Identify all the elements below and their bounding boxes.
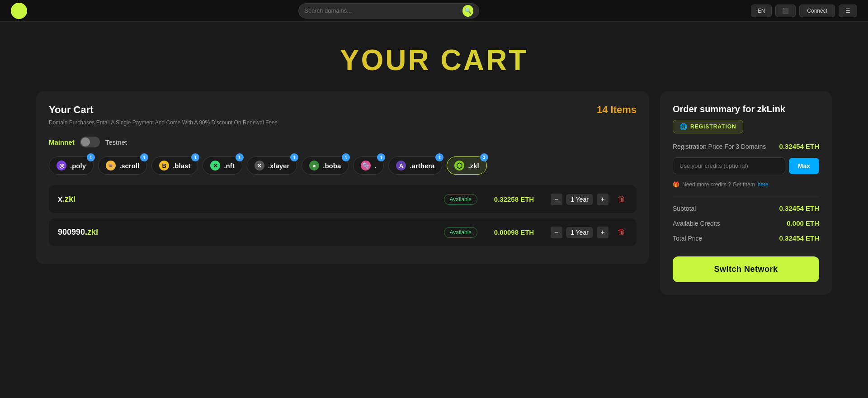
chain-icon-arthera: A	[396, 161, 406, 171]
available-credits-row: Available Credits 0.000 ETH	[673, 219, 819, 227]
credits-link[interactable]: here	[758, 181, 769, 188]
chain-badge-poly: 1	[87, 153, 95, 161]
chain-badge-boba: 1	[342, 153, 350, 161]
main-content: Your Cart 14 Items Domain Purchases Enta…	[0, 91, 868, 295]
chain-badge-zkl: 3	[480, 153, 488, 161]
chain-label-blast: .blast	[173, 162, 190, 170]
reg-price-row: Registration Price For 3 Domains 0.32454…	[673, 142, 819, 150]
order-summary-panel: Order summary for zkLink 🌐 REGISTRATION …	[660, 91, 832, 295]
chain-icon-xlayer: ✕	[255, 161, 264, 171]
chain-label-arthera: .arthera	[410, 162, 434, 170]
cart-title: Your Cart	[49, 104, 94, 116]
chain-tab-scroll[interactable]: 1 ≡ .scroll	[98, 156, 147, 175]
item-1-status: Available	[444, 227, 477, 238]
chain-icon-zkl: ⬡	[454, 161, 464, 171]
chain-icon-bubble: 🫧	[361, 161, 371, 171]
chain-tab-poly[interactable]: 1 ◎ .poly	[49, 156, 94, 175]
cart-panel: Your Cart 14 Items Domain Purchases Enta…	[36, 91, 649, 264]
toggle-knob	[81, 137, 90, 147]
chain-label-zkl: .zkl	[468, 162, 479, 170]
item-1-increment[interactable]: +	[597, 227, 609, 238]
connect-button[interactable]: Connect	[799, 5, 835, 17]
item-0-price: 0.32258 ETH	[485, 195, 543, 203]
testnet-label: Testnet	[105, 138, 127, 146]
cart-header: Your Cart 14 Items	[49, 104, 637, 116]
chain-label-bubble: .	[374, 162, 376, 170]
top-right-actions: EN ⬛ Connect ☰	[751, 5, 857, 17]
item-0-name: x.zkl	[58, 194, 437, 204]
item-1-name: 900990.zkl	[58, 227, 437, 237]
chain-icon-blast: B	[159, 161, 169, 171]
badge-label: REGISTRATION	[690, 123, 736, 130]
cart-items-count: 14 Items	[597, 104, 637, 116]
item-0-qty-control: − 1 Year +	[551, 194, 609, 205]
search-input[interactable]	[304, 7, 462, 14]
chain-icon-poly: ◎	[57, 161, 66, 171]
cart-item-1: 900990.zkl Available 0.00098 ETH − 1 Yea…	[49, 218, 637, 246]
chain-tab-zkl[interactable]: 3 ⬡ .zkl	[447, 156, 486, 175]
mainnet-label: Mainnet	[49, 138, 75, 146]
item-0-qty: 1 Year	[566, 194, 593, 205]
chain-tab-blast[interactable]: 1 B .blast	[151, 156, 198, 175]
cart-item-0: x.zkl Available 0.32258 ETH − 1 Year + 🗑	[49, 185, 637, 213]
chain-tab-bubble[interactable]: 1 🫧 .	[353, 156, 384, 175]
network-toggle: Mainnet Testnet	[49, 137, 637, 147]
subtotal-label: Subtotal	[673, 205, 696, 212]
chain-tab-boba[interactable]: 1 ● .boba	[302, 156, 349, 175]
item-1-delete[interactable]: 🗑	[616, 226, 627, 239]
search-bar: 🔍	[298, 3, 479, 19]
chain-icon-scroll: ≡	[106, 161, 116, 171]
chain-tab-nft[interactable]: 1 ✕ .nft	[203, 156, 242, 175]
item-0-decrement[interactable]: −	[551, 194, 562, 205]
credits-row: Max	[673, 157, 819, 174]
chain-badge-bubble: 1	[377, 153, 385, 161]
wallet-button[interactable]: ⬛	[775, 5, 796, 17]
available-credits-value: 0.000 ETH	[787, 219, 819, 227]
chain-tabs: 1 ◎ .poly 1 ≡ .scroll 1 B .blast 1 ✕ .nf…	[49, 156, 637, 175]
chain-icon-nft: ✕	[210, 161, 220, 171]
chain-tab-xlayer[interactable]: 1 ✕ .xlayer	[247, 156, 297, 175]
item-1-ext: .zkl	[85, 227, 98, 237]
chain-label-xlayer: .xlayer	[268, 162, 290, 170]
chain-icon-boba: ●	[309, 161, 319, 171]
total-value: 0.32454 ETH	[779, 234, 819, 242]
language-button[interactable]: EN	[751, 5, 772, 17]
chain-badge-blast: 1	[191, 153, 199, 161]
credits-hint: 🎁 Need more credits ? Get them here	[673, 181, 819, 188]
chain-label-boba: .boba	[323, 162, 341, 170]
page-title-section: YOUR CART	[0, 22, 868, 91]
chain-badge-xlayer: 1	[290, 153, 298, 161]
max-button[interactable]: Max	[789, 158, 819, 174]
menu-button[interactable]: ☰	[839, 5, 857, 17]
cart-subtitle: Domain Purchases Entail A Single Payment…	[49, 119, 637, 126]
reg-price-label: Registration Price For 3 Domains	[673, 143, 766, 150]
chain-label-poly: .poly	[70, 162, 86, 170]
chain-badge-scroll: 1	[140, 153, 148, 161]
divider	[673, 197, 819, 197]
total-label: Total Price	[673, 235, 702, 242]
chain-badge-nft: 1	[236, 153, 244, 161]
chain-tab-arthera[interactable]: 1 A .arthera	[388, 156, 442, 175]
search-button[interactable]: 🔍	[462, 5, 473, 17]
item-1-price: 0.00098 ETH	[485, 228, 543, 236]
network-toggle-switch[interactable]	[80, 137, 100, 147]
item-1-qty: 1 Year	[566, 227, 593, 238]
chain-label-scroll: .scroll	[119, 162, 139, 170]
top-bar: 🔍 EN ⬛ Connect ☰	[0, 0, 868, 22]
credits-input[interactable]	[673, 157, 785, 174]
switch-network-button[interactable]: Switch Network	[673, 256, 819, 282]
subtotal-row: Subtotal 0.32454 ETH	[673, 204, 819, 212]
item-0-ext: .zkl	[62, 194, 75, 204]
available-credits-label: Available Credits	[673, 220, 720, 227]
item-0-status: Available	[444, 194, 477, 205]
total-row: Total Price 0.32454 ETH	[673, 234, 819, 242]
credits-hint-text: Need more credits ? Get them	[682, 181, 755, 188]
chain-label-nft: .nft	[224, 162, 234, 170]
item-0-increment[interactable]: +	[597, 194, 609, 205]
item-1-decrement[interactable]: −	[551, 227, 562, 238]
item-0-delete[interactable]: 🗑	[616, 193, 627, 206]
page-title: YOUR CART	[0, 43, 868, 77]
registration-badge: 🌐 REGISTRATION	[673, 120, 743, 133]
gift-icon: 🎁	[673, 181, 679, 188]
summary-title: Order summary for zkLink	[673, 104, 819, 114]
